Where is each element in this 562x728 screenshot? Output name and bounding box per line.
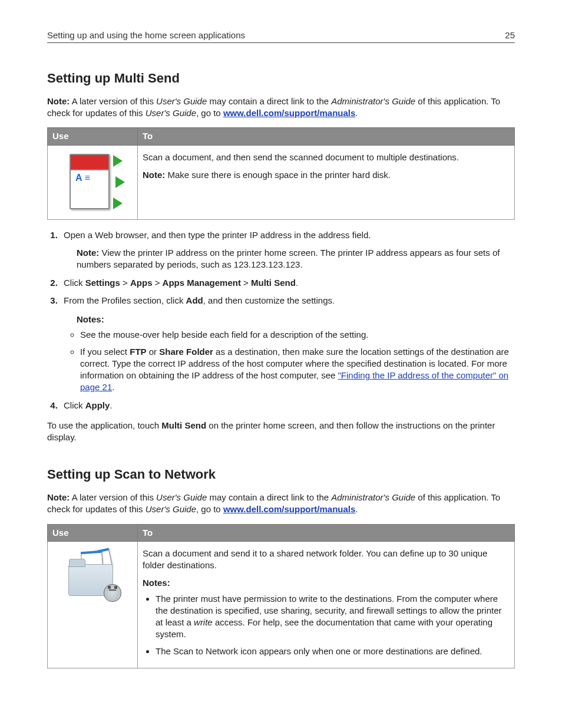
list-item: The Scan to Network icon appears only wh… [156,645,510,657]
table-scan-to-network: Use To Scan a document and send it to a … [47,524,515,668]
table-multi-send: Use To A ≡ Scan a docum [47,127,515,220]
outro-multi-send: To use the application, touch Multi Send… [47,420,515,444]
note-label: Note: [143,170,165,180]
th-use: Use [48,128,138,145]
th-to: To [138,524,515,541]
note-label: Note: [47,492,70,502]
link-dell-support-1[interactable]: www.dell.com/support/manuals [223,108,355,118]
scan-to-network-icon [66,548,119,601]
step3-notes-list: See the mouse‑over help beside each fiel… [64,329,515,393]
steps-multi-send: Open a Web browser, and then type the pr… [47,229,515,411]
list-item: If you select FTP or Share Folder as a d… [80,346,515,394]
table-row: A ≡ Scan a document, and then send the s… [48,145,515,219]
page-header: Setting up and using the home screen app… [47,29,515,43]
table-row: Scan a document and send it to a shared … [48,541,515,668]
step1-note: Note: View the printer IP address on the… [77,247,515,271]
note-label: Note: [47,96,70,106]
link-dell-support-2[interactable]: www.dell.com/support/manuals [223,504,355,514]
step-1: Open a Web browser, and then type the pr… [60,229,515,271]
th-to: To [138,128,515,145]
th-use: Use [48,524,138,541]
cell-icon-scan2net [48,541,138,668]
chapter-title: Setting up and using the home screen app… [47,29,245,41]
cell-desc-scan2net: Scan a document and send it to a shared … [138,541,515,668]
heading-multi-send: Setting up Multi Send [47,70,515,87]
list-item: The printer must have permission to writ… [156,593,510,641]
step-3: From the Profiles section, click Add, an… [60,295,515,394]
network-badge-icon [104,584,121,602]
notes-heading: Notes: [143,577,510,589]
multi-send-icon: A ≡ [66,151,119,210]
list-item: See the mouse‑over help beside each fiel… [80,329,515,341]
intro-note-scan2net: Note: A later version of this User's Gui… [47,492,515,516]
step-4: Click Apply. [60,400,515,411]
intro-note-multi-send: Note: A later version of this User's Gui… [47,95,515,120]
page-number: 25 [505,29,515,41]
cell-icon-multisend: A ≡ [48,145,138,219]
cell-desc-multisend: Scan a document, and then send the scann… [138,145,515,219]
heading-scan-to-network: Setting up Scan to Network [47,466,515,483]
step-2: Click Settings > Apps > Apps Management … [60,277,515,289]
notes-heading: Notes: [77,314,515,325]
scan2net-notes-list: The printer must have permission to writ… [143,593,510,657]
